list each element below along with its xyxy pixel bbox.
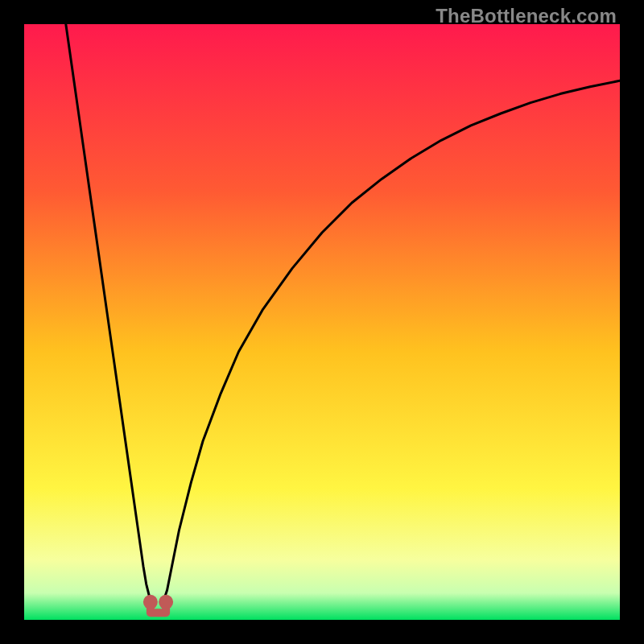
- chart-plot: [24, 24, 620, 620]
- chart-frame: [24, 24, 620, 620]
- watermark-text: TheBottleneck.com: [436, 5, 617, 27]
- marker-dot-0: [143, 595, 158, 609]
- chart-background: [24, 24, 620, 620]
- marker-dot-1: [159, 595, 173, 609]
